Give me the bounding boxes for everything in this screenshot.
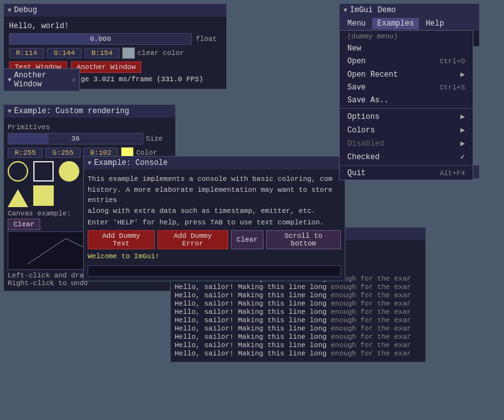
slider-type-label: float (196, 35, 221, 43)
add-dummy-error-button[interactable]: Add Dummy Error (157, 230, 228, 249)
size-slider[interactable]: 36 (8, 133, 143, 144)
menu-item-examples[interactable]: Examples (372, 18, 420, 29)
examples-dropdown: (dummy menu) New Open Ctrl+O Open Recent… (339, 30, 473, 180)
menu-save[interactable]: Save Ctrl+S (340, 81, 473, 94)
console-desc2: history. A more elaborate implementation… (88, 185, 341, 205)
console-title: Example: Console (94, 159, 168, 167)
primitives-label: Primitives (8, 123, 171, 131)
another-window: ▼ Another Window ✕ (3, 68, 80, 91)
g-custom[interactable]: G:255 (45, 148, 81, 158)
console-window: ▼ Example: Console This example implemen… (83, 156, 345, 281)
menu-separator-1 (340, 108, 473, 109)
svg-line-0 (28, 238, 66, 264)
g-component[interactable]: G:144 (47, 48, 82, 58)
menu-save-as-label: Save As.. (347, 96, 389, 105)
custom-collapse-arrow[interactable]: ▼ (8, 108, 12, 115)
menu-quit-label: Quit (347, 169, 366, 178)
size-value: 36 (8, 134, 143, 144)
debug-titlebar[interactable]: ▼ Debug (4, 4, 226, 17)
menu-open-shortcut: Ctrl+O (439, 58, 465, 65)
menu-save-shortcut: Ctrl+S (439, 84, 465, 91)
menu-checked-mark: ✓ (461, 152, 465, 162)
menu-open-recent-arrow: ▶ (461, 70, 465, 79)
menu-colors-arrow: ▶ (461, 125, 465, 135)
menu-open-label: Open (347, 57, 366, 66)
demo-title: ImGui Demo (350, 6, 396, 15)
menu-options-label: Options (347, 113, 379, 121)
color-row: R:114 G:144 B:154 clear color (9, 47, 221, 59)
console-input[interactable] (88, 265, 341, 277)
rect-yellow-shape (33, 185, 54, 206)
menu-quit[interactable]: Quit Alt+F4 (340, 167, 473, 180)
console-desc3: along with extra data such as timestamp,… (88, 206, 341, 216)
triangle-shape (8, 189, 28, 207)
sailor-line-5: Hello, sailor! Making this line long eno… (175, 308, 421, 316)
welcome-text: Welcome to ImGui! (88, 252, 341, 261)
size-row: 36 Size (8, 133, 171, 144)
menu-item-menu[interactable]: Menu (342, 18, 371, 29)
size-type-label: Size (146, 135, 171, 143)
another-window-title: Another Window (14, 71, 69, 89)
scroll-bottom-button[interactable]: Scroll to bottom (266, 230, 341, 249)
sailor-line-3: Hello, sailor! Making this line long eno… (175, 292, 421, 299)
menu-colors-label: Colors (347, 126, 375, 135)
console-desc4: Enter 'HELP' for help, press TAB to use … (88, 218, 341, 228)
menu-disabled-label: Disabled (347, 139, 384, 148)
sailor-line-2: Hello, sailor! Making this line long eno… (175, 283, 421, 291)
float-slider-row: 0.000 float (9, 33, 221, 45)
console-content: This example implements a console with b… (84, 169, 345, 281)
another-window-close[interactable]: ✕ (72, 76, 75, 84)
menu-checked-label: Checked (347, 153, 379, 162)
r-custom[interactable]: R:255 (8, 148, 43, 158)
circle-filled-shape (59, 161, 79, 182)
menu-open-recent-label: Open Recent (347, 70, 398, 79)
another-window-button[interactable]: Another Window (71, 61, 141, 73)
menu-bar: Menu Examples Help (340, 17, 479, 31)
menu-save-as[interactable]: Save As.. (340, 94, 473, 107)
imgui-demo-titlebar[interactable]: ▼ ImGui Demo (340, 4, 479, 17)
menu-checked[interactable]: Checked ✓ (340, 150, 473, 164)
sailor-line-7: Hello, sailor! Making this line long eno… (175, 325, 421, 332)
triangle-shape-container (8, 184, 28, 207)
menu-separator-2 (340, 165, 473, 166)
menu-quit-shortcut: Alt+F4 (439, 169, 465, 177)
hello-text: Hello, world! (9, 22, 221, 31)
sailor-line-4: Hello, sailor! Making this line long eno… (175, 300, 421, 307)
another-window-titlebar[interactable]: ▼ Another Window ✕ (4, 69, 79, 91)
color-swatch[interactable] (122, 47, 135, 59)
clear-canvas-button[interactable]: Clear (8, 219, 40, 230)
console-titlebar[interactable]: ▼ Example: Console (84, 157, 345, 169)
menu-save-label: Save (347, 83, 366, 92)
menu-dummy-header: (dummy menu) (340, 31, 473, 42)
square-outline-shape (33, 161, 54, 182)
menu-open-recent[interactable]: Open Recent ▶ (340, 68, 473, 81)
sailor-line-10: Hello, sailor! Making this line long eno… (175, 350, 421, 357)
slider-value: 0.000 (10, 34, 191, 44)
menu-disabled: Disabled ▶ (340, 137, 473, 150)
sailor-line-9: Hello, sailor! Making this line long eno… (175, 341, 421, 349)
sailor-line-8: Hello, sailor! Making this line long eno… (175, 333, 421, 341)
menu-item-help[interactable]: Help (420, 18, 449, 29)
menu-new-label: New (347, 44, 361, 53)
menu-new[interactable]: New (340, 42, 473, 55)
menu-disabled-arrow: ▶ (461, 139, 465, 148)
menu-options-arrow: ▶ (461, 112, 465, 121)
b-component[interactable]: B:154 (84, 48, 120, 58)
clear-console-button[interactable]: Clear (231, 230, 264, 249)
debug-title: Debug (14, 6, 37, 15)
sailor-line-6: Hello, sailor! Making this line long eno… (175, 316, 421, 324)
menu-colors[interactable]: Colors ▶ (340, 123, 473, 137)
r-component[interactable]: R:114 (9, 48, 44, 58)
clear-color-label: clear color (138, 49, 184, 57)
another-collapse-arrow[interactable]: ▼ (8, 77, 12, 84)
debug-collapse-arrow[interactable]: ▼ (8, 7, 12, 14)
demo-collapse-arrow[interactable]: ▼ (343, 7, 347, 14)
menu-options[interactable]: Options ▶ (340, 110, 473, 123)
circle-outline-shape (8, 161, 28, 182)
menu-open[interactable]: Open Ctrl+O (340, 55, 473, 68)
sailor-lines: Hello, sailor! Making this line long eno… (175, 275, 421, 357)
add-dummy-text-button[interactable]: Add Dummy Text (88, 230, 155, 249)
custom-render-titlebar[interactable]: ▼ Example: Custom rendering (4, 105, 175, 118)
console-collapse-arrow[interactable]: ▼ (88, 160, 91, 167)
float-slider[interactable]: 0.000 (9, 33, 192, 45)
